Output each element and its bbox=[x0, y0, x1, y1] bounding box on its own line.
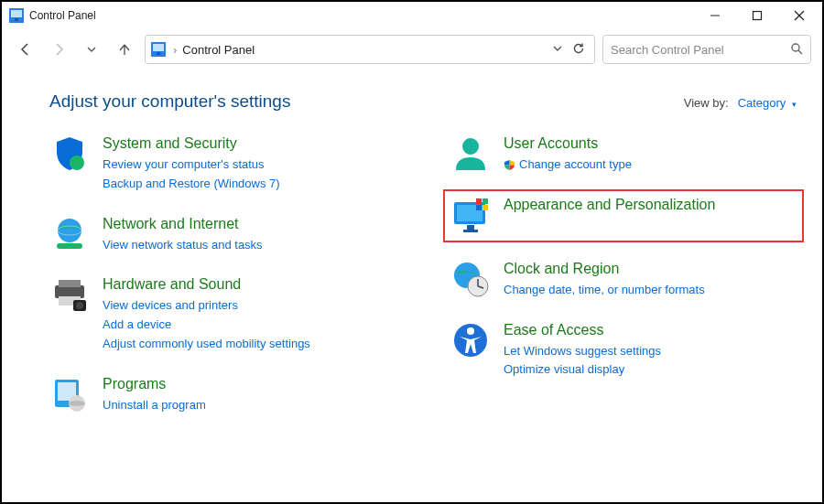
accessibility-icon bbox=[450, 320, 491, 360]
category-system-security: System and Security Review your computer… bbox=[49, 134, 396, 194]
svg-rect-1 bbox=[11, 10, 22, 17]
category-network-internet: Network and Internet View network status… bbox=[49, 214, 396, 255]
minimize-button[interactable] bbox=[694, 2, 736, 29]
category-link[interactable]: Add a device bbox=[103, 316, 310, 335]
address-dropdown-icon[interactable] bbox=[552, 43, 563, 57]
svg-point-12 bbox=[70, 155, 84, 170]
category-hardware-sound: Hardware and Sound View devices and prin… bbox=[49, 274, 396, 353]
forward-button[interactable] bbox=[46, 37, 71, 62]
main-content: Adjust your computer's settings View by:… bbox=[2, 70, 822, 446]
category-title[interactable]: Programs bbox=[103, 376, 206, 392]
svg-rect-2 bbox=[15, 18, 18, 21]
titlebar: Control Panel bbox=[2, 2, 822, 29]
close-button[interactable] bbox=[778, 2, 820, 29]
maximize-button[interactable] bbox=[736, 2, 778, 29]
category-programs: Programs Uninstall a program bbox=[49, 374, 396, 415]
category-link[interactable]: View network status and tasks bbox=[103, 236, 263, 255]
svg-rect-31 bbox=[482, 198, 488, 204]
svg-point-25 bbox=[462, 138, 479, 155]
search-input[interactable]: Search Control Panel bbox=[602, 35, 811, 64]
user-icon bbox=[450, 134, 491, 174]
nav-row: › Control Panel Search Control Panel bbox=[2, 29, 822, 70]
category-title[interactable]: Clock and Region bbox=[504, 261, 705, 277]
svg-rect-28 bbox=[467, 225, 474, 230]
shield-icon bbox=[49, 134, 90, 174]
category-link[interactable]: Adjust commonly used mobility settings bbox=[103, 335, 310, 354]
uac-shield-icon bbox=[504, 159, 515, 171]
category-link[interactable]: Change account type bbox=[519, 155, 632, 175]
left-column: System and Security Review your computer… bbox=[49, 134, 396, 435]
category-clock-region: Clock and Region Change date, time, or n… bbox=[450, 259, 797, 300]
chevron-down-icon: ▾ bbox=[792, 100, 797, 109]
clock-icon bbox=[450, 259, 491, 299]
category-title[interactable]: Ease of Access bbox=[504, 322, 661, 338]
monitor-icon bbox=[450, 195, 491, 235]
chevron-right-icon: › bbox=[173, 43, 177, 57]
control-panel-app-icon bbox=[9, 8, 24, 23]
category-link[interactable]: Let Windows suggest settings bbox=[504, 342, 661, 361]
address-bar-icon bbox=[151, 42, 166, 57]
category-title[interactable]: System and Security bbox=[103, 135, 280, 152]
category-link[interactable]: Change date, time, or number formats bbox=[504, 281, 705, 300]
category-user-accounts: User Accounts Change account type bbox=[450, 134, 797, 175]
breadcrumb-root[interactable]: Control Panel bbox=[182, 43, 255, 57]
category-link[interactable]: View devices and printers bbox=[103, 296, 310, 316]
window-title: Control Panel bbox=[29, 9, 96, 22]
page-title: Adjust your computer's settings bbox=[49, 91, 290, 112]
svg-rect-8 bbox=[153, 44, 164, 51]
svg-rect-29 bbox=[463, 230, 478, 232]
category-title[interactable]: Network and Internet bbox=[103, 216, 263, 232]
address-bar[interactable]: › Control Panel bbox=[145, 35, 595, 64]
refresh-button[interactable] bbox=[572, 42, 585, 58]
category-title[interactable]: User Accounts bbox=[504, 135, 632, 152]
viewby-dropdown[interactable]: Category ▾ bbox=[738, 96, 797, 110]
viewby-label: View by: bbox=[684, 96, 729, 110]
printer-icon bbox=[49, 274, 90, 315]
svg-rect-33 bbox=[482, 205, 488, 210]
search-icon bbox=[790, 42, 803, 58]
category-title[interactable]: Appearance and Personalization bbox=[504, 197, 715, 213]
svg-line-11 bbox=[798, 50, 802, 54]
category-appearance-personalization: Appearance and Personalization bbox=[450, 195, 797, 235]
highlighted-category: Appearance and Personalization bbox=[443, 189, 804, 242]
programs-icon bbox=[49, 374, 90, 414]
category-link[interactable]: Uninstall a program bbox=[103, 396, 206, 415]
svg-rect-17 bbox=[59, 280, 81, 287]
svg-rect-16 bbox=[55, 285, 84, 298]
search-placeholder: Search Control Panel bbox=[611, 43, 790, 57]
svg-rect-9 bbox=[157, 52, 160, 55]
category-link[interactable]: Optimize visual display bbox=[504, 360, 661, 380]
category-link[interactable]: Review your computer's status bbox=[103, 155, 280, 175]
globe-icon bbox=[49, 214, 90, 254]
svg-rect-15 bbox=[57, 243, 82, 249]
svg-rect-32 bbox=[476, 205, 482, 210]
svg-point-20 bbox=[76, 302, 83, 309]
svg-rect-4 bbox=[754, 12, 762, 20]
category-link[interactable]: Backup and Restore (Windows 7) bbox=[103, 175, 280, 194]
category-ease-of-access: Ease of Access Let Windows suggest setti… bbox=[450, 320, 797, 381]
right-column: User Accounts Change account type bbox=[414, 134, 797, 435]
svg-point-10 bbox=[792, 44, 799, 51]
breadcrumb[interactable]: › Control Panel bbox=[173, 43, 545, 57]
recent-locations-button[interactable] bbox=[79, 37, 104, 62]
up-button[interactable] bbox=[112, 37, 137, 62]
back-button[interactable] bbox=[13, 37, 38, 62]
svg-point-39 bbox=[467, 327, 474, 335]
svg-point-24 bbox=[69, 401, 85, 406]
svg-point-13 bbox=[58, 219, 81, 242]
viewby-value: Category bbox=[738, 96, 786, 110]
svg-rect-30 bbox=[476, 198, 482, 204]
category-title[interactable]: Hardware and Sound bbox=[103, 276, 310, 293]
